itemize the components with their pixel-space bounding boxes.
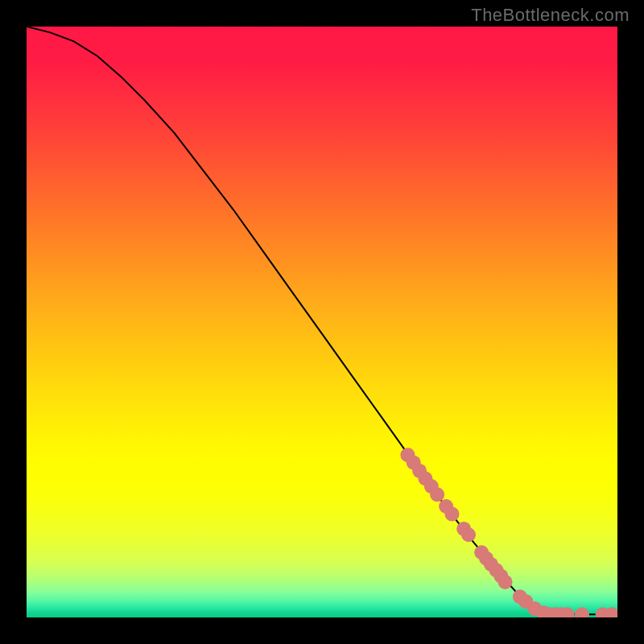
watermark-text: TheBottleneck.com xyxy=(471,5,630,26)
gradient-background xyxy=(27,27,617,617)
data-marker xyxy=(498,575,513,589)
data-marker xyxy=(430,487,444,502)
plot-area xyxy=(27,27,617,617)
data-marker xyxy=(461,527,476,542)
chart-svg xyxy=(27,27,617,617)
chart-frame: TheBottleneck.com xyxy=(0,0,644,644)
data-marker xyxy=(444,507,459,522)
